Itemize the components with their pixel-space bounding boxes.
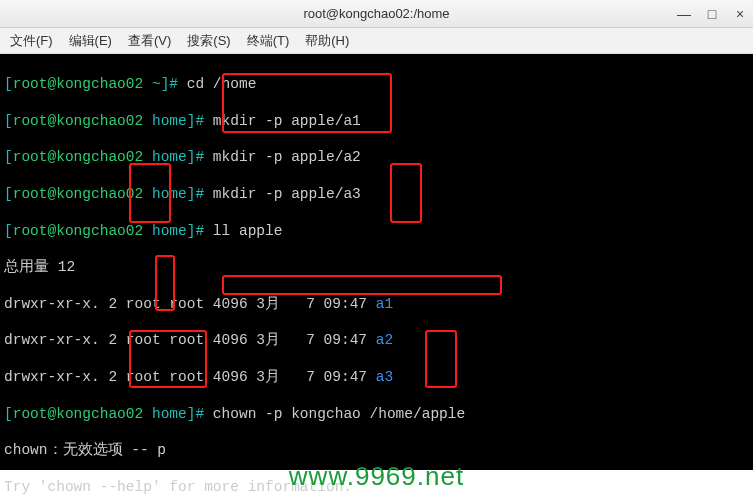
menu-terminal[interactable]: 终端(T): [243, 30, 294, 52]
menu-file[interactable]: 文件(F): [6, 30, 57, 52]
window-controls: — □ ×: [677, 6, 747, 22]
menu-search[interactable]: 搜索(S): [183, 30, 234, 52]
maximize-button[interactable]: □: [705, 6, 719, 22]
terminal-line: [root@kongchao02 home]# mkdir -p apple/a…: [4, 185, 749, 203]
terminal-line: [root@kongchao02 home]# ll apple: [4, 222, 749, 240]
terminal-line: [root@kongchao02 home]# chown -p kongcha…: [4, 405, 749, 423]
terminal-line: [root@kongchao02 home]# mkdir -p apple/a…: [4, 148, 749, 166]
window-title: root@kongchao02:/home: [303, 6, 449, 21]
menu-help[interactable]: 帮助(H): [301, 30, 353, 52]
menu-bar: 文件(F) 编辑(E) 查看(V) 搜索(S) 终端(T) 帮助(H): [0, 28, 753, 54]
menu-view[interactable]: 查看(V): [124, 30, 175, 52]
minimize-button[interactable]: —: [677, 6, 691, 22]
terminal-line: 总用量 12: [4, 258, 749, 276]
ls-row: drwxr-xr-x. 2 root root 4096 3月 7 09:47 …: [4, 331, 749, 349]
watermark-text: www.9969.net: [289, 461, 464, 492]
terminal-line: [root@kongchao02 ~]# cd /home: [4, 75, 749, 93]
ls-row: drwxr-xr-x. 2 root root 4096 3月 7 09:47 …: [4, 295, 749, 313]
window-titlebar: root@kongchao02:/home — □ ×: [0, 0, 753, 28]
highlight-box: [222, 275, 502, 295]
terminal-line: [root@kongchao02 home]# mkdir -p apple/a…: [4, 112, 749, 130]
menu-edit[interactable]: 编辑(E): [65, 30, 116, 52]
ls-row: drwxr-xr-x. 2 root root 4096 3月 7 09:47 …: [4, 368, 749, 386]
terminal-area[interactable]: [root@kongchao02 ~]# cd /home [root@kong…: [0, 54, 753, 470]
close-button[interactable]: ×: [733, 6, 747, 22]
terminal-line: chown：无效选项 -- p: [4, 441, 749, 459]
